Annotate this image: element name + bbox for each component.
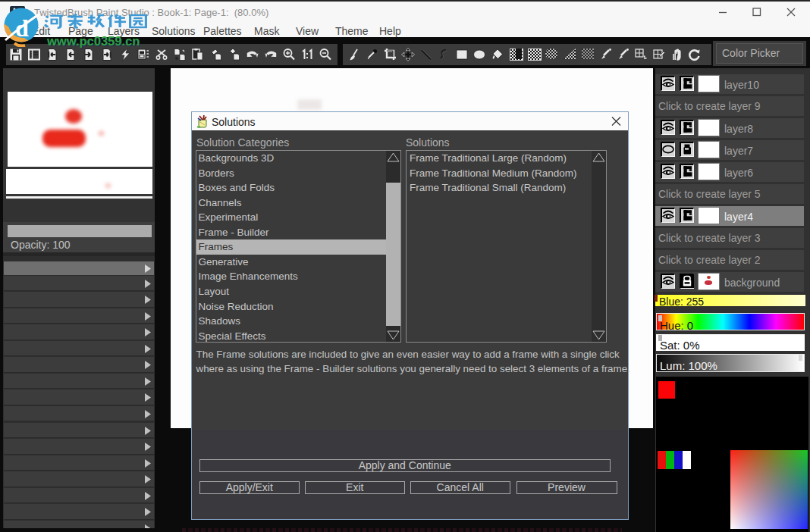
svg-text:d: d [15, 14, 29, 42]
